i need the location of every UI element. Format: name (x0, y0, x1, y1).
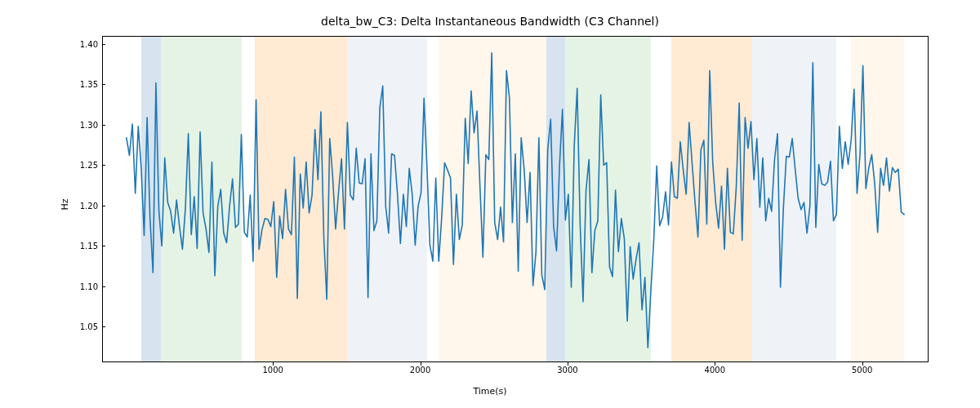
x-tick-label: 3000 (557, 366, 577, 375)
y-tick-mark (102, 206, 105, 206)
y-tick-label: 1.25 (57, 161, 98, 170)
y-tick-label: 1.15 (57, 242, 98, 251)
y-tick-mark (102, 326, 105, 327)
x-axis-label: Time(s) (0, 386, 980, 397)
y-tick-mark (102, 246, 105, 246)
y-tick-mark (102, 125, 105, 126)
y-tick-mark (102, 44, 105, 45)
chart-title: delta_bw_C3: Delta Instantaneous Bandwid… (0, 15, 980, 28)
y-tick-mark (102, 84, 105, 85)
line-series (103, 37, 928, 361)
x-tick-label: 1000 (262, 366, 283, 375)
y-tick-label: 1.05 (57, 322, 98, 331)
y-tick-mark (102, 286, 105, 287)
plot-area (102, 36, 929, 362)
x-tick-label: 4000 (705, 366, 725, 375)
x-tick-label: 5000 (852, 366, 872, 375)
y-tick-label: 1.40 (57, 39, 98, 48)
y-tick-label: 1.35 (57, 80, 98, 89)
y-tick-label: 1.30 (57, 120, 98, 129)
y-tick-label: 1.20 (57, 201, 98, 210)
y-tick-label: 1.10 (57, 282, 98, 290)
x-tick-label: 2000 (410, 366, 430, 375)
y-tick-mark (102, 165, 105, 166)
figure: delta_bw_C3: Delta Instantaneous Bandwid… (0, 0, 980, 408)
